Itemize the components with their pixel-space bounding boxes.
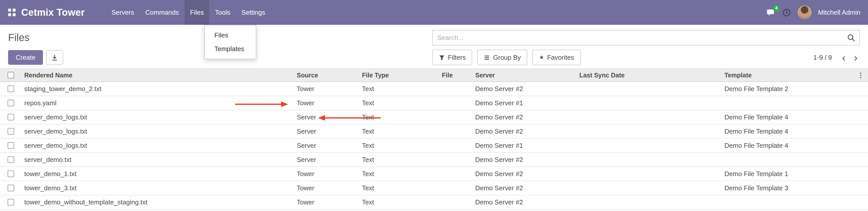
table-row[interactable]: server_demo_logs.txtServerTextDemo Serve… bbox=[0, 124, 868, 139]
search-bar[interactable] bbox=[432, 30, 860, 46]
cell-rendered-name: repos.yaml bbox=[22, 96, 295, 110]
row-select-cell bbox=[0, 153, 22, 167]
table-row[interactable]: repos.yamlTowerTextDemo Server #1 bbox=[0, 96, 868, 110]
cell-file-type: Text bbox=[360, 110, 440, 124]
row-end-spacer bbox=[857, 82, 868, 96]
cell-source: Server bbox=[295, 153, 360, 167]
cell-template: Demo File Template 4 bbox=[722, 124, 857, 138]
column-header-rendered-name[interactable]: Rendered Name bbox=[22, 69, 295, 82]
cell-template: Demo File Template 4 bbox=[722, 139, 857, 152]
user-menu[interactable]: Mitchell Admin bbox=[818, 9, 860, 16]
cell-last-sync-date bbox=[577, 181, 722, 195]
cell-server: Demo Server #2 bbox=[473, 153, 577, 167]
menu-item-files[interactable]: Files bbox=[185, 0, 210, 25]
row-checkbox[interactable] bbox=[8, 114, 14, 120]
row-checkbox[interactable] bbox=[8, 128, 14, 134]
row-select-cell bbox=[0, 167, 22, 181]
group-by-label: Group By bbox=[493, 54, 521, 61]
activities-icon[interactable] bbox=[782, 8, 791, 17]
row-end-spacer bbox=[857, 139, 868, 152]
cell-rendered-name: server_demo_logs.txt bbox=[22, 124, 295, 138]
cell-file bbox=[440, 195, 473, 209]
column-header-template[interactable]: Template bbox=[722, 69, 857, 82]
table-row[interactable]: server_demo_logs.txtServerTextDemo Serve… bbox=[0, 110, 868, 124]
search-tools: Filters Group By ★ Favorites 1-9 / 9 ‹ › bbox=[432, 50, 860, 65]
clock-icon bbox=[782, 8, 791, 17]
menu-item-commands[interactable]: Commands bbox=[140, 0, 185, 25]
breadcrumb-search-row: Files bbox=[8, 30, 860, 46]
cell-file-type: Text bbox=[360, 139, 440, 152]
cell-file bbox=[440, 153, 473, 167]
row-select-cell bbox=[0, 96, 22, 110]
cell-server: Demo Server #2 bbox=[473, 82, 577, 96]
filters-button[interactable]: Filters bbox=[432, 50, 472, 65]
pager-next-button[interactable]: › bbox=[851, 52, 860, 62]
column-header-server[interactable]: Server bbox=[473, 69, 577, 82]
menu-item-tools[interactable]: Tools bbox=[210, 0, 236, 25]
column-header-file[interactable]: File bbox=[440, 69, 473, 82]
dropdown-item-files[interactable]: Files bbox=[205, 28, 256, 42]
cell-last-sync-date bbox=[577, 96, 722, 110]
cell-server: Demo Server #2 bbox=[473, 167, 577, 181]
menu-item-servers[interactable]: Servers bbox=[106, 0, 140, 25]
cell-last-sync-date bbox=[577, 124, 722, 138]
table-row[interactable]: server_demo.txtServerTextDemo Server #2 bbox=[0, 153, 868, 167]
pager-previous-button[interactable]: ‹ bbox=[839, 52, 848, 62]
row-checkbox[interactable] bbox=[8, 100, 14, 106]
cell-server: Demo Server #2 bbox=[473, 110, 577, 124]
apps-grid-icon[interactable] bbox=[8, 9, 16, 16]
brand-title[interactable]: Cetmix Tower bbox=[21, 7, 85, 18]
top-navbar: Cetmix Tower ServersCommandsFilesToolsSe… bbox=[0, 0, 868, 25]
cell-file-type: Text bbox=[360, 82, 440, 96]
create-button[interactable]: Create bbox=[8, 50, 43, 65]
cell-file bbox=[440, 124, 473, 138]
filter-funnel-icon bbox=[439, 54, 445, 60]
row-checkbox[interactable] bbox=[8, 185, 14, 191]
search-icon[interactable] bbox=[847, 34, 855, 42]
messages-icon[interactable]: 4 bbox=[766, 8, 775, 17]
row-end-spacer bbox=[857, 153, 868, 167]
select-all-checkbox[interactable] bbox=[8, 72, 14, 79]
table-row[interactable]: tower_demo_1.txtTowerTextDemo Server #2D… bbox=[0, 167, 868, 181]
cell-file-type: Text bbox=[360, 167, 440, 181]
row-checkbox[interactable] bbox=[8, 142, 14, 149]
cell-rendered-name: staging_tower_demo_2.txt bbox=[22, 82, 295, 96]
cell-template bbox=[722, 153, 857, 167]
row-checkbox[interactable] bbox=[8, 86, 14, 92]
cell-server: Demo Server #2 bbox=[473, 181, 577, 195]
dropdown-item-templates[interactable]: Templates bbox=[205, 42, 256, 56]
cell-file bbox=[440, 96, 473, 110]
table-row[interactable]: tower_demo_without_template_staging.txtT… bbox=[0, 195, 868, 209]
files-table: Rendered NameSourceFile TypeFileServerLa… bbox=[0, 68, 868, 209]
optional-columns-icon[interactable]: ⋮ bbox=[857, 69, 868, 82]
cell-file bbox=[440, 181, 473, 195]
cell-template bbox=[722, 195, 857, 209]
row-checkbox[interactable] bbox=[8, 156, 14, 163]
cell-file-type: Text bbox=[360, 124, 440, 138]
cell-source: Server bbox=[295, 110, 360, 124]
download-icon bbox=[51, 54, 58, 61]
star-icon: ★ bbox=[539, 55, 544, 60]
cell-file-type: Text bbox=[360, 195, 440, 209]
avatar[interactable] bbox=[798, 6, 811, 19]
search-input[interactable] bbox=[433, 30, 859, 45]
favorites-button[interactable]: ★ Favorites bbox=[533, 50, 581, 65]
menu-item-settings[interactable]: Settings bbox=[236, 0, 271, 25]
cell-rendered-name: server_demo_logs.txt bbox=[22, 110, 295, 124]
column-header-source[interactable]: Source bbox=[295, 69, 360, 82]
cell-file bbox=[440, 110, 473, 124]
column-header-file-type[interactable]: File Type bbox=[360, 69, 440, 82]
table-row[interactable]: staging_tower_demo_2.txtTowerTextDemo Se… bbox=[0, 82, 868, 96]
group-by-button[interactable]: Group By bbox=[477, 50, 528, 65]
pager: 1-9 / 9 ‹ › bbox=[813, 52, 860, 62]
cell-rendered-name: tower_demo_1.txt bbox=[22, 167, 295, 181]
cell-source: Tower bbox=[295, 195, 360, 209]
row-checkbox[interactable] bbox=[8, 171, 14, 177]
table-row[interactable]: server_demo_logs.txtServerTextDemo Serve… bbox=[0, 139, 868, 153]
row-checkbox[interactable] bbox=[8, 199, 14, 205]
table-row[interactable]: tower_demo_3.txtTowerTextDemo Server #2D… bbox=[0, 181, 868, 195]
column-header-last-sync-date[interactable]: Last Sync Date bbox=[577, 69, 722, 82]
buttons-row: Create Filters Group B bbox=[8, 50, 860, 65]
table-body: staging_tower_demo_2.txtTowerTextDemo Se… bbox=[0, 82, 868, 209]
export-button[interactable] bbox=[46, 50, 63, 65]
